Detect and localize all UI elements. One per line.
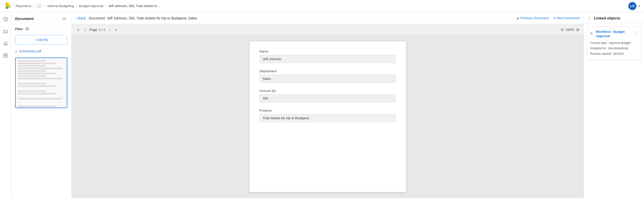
previous-document-button[interactable]: ▲ Previous Document [516,16,549,20]
user-menu-chevron[interactable]: ▾ [638,4,640,8]
files-tab-badge: 1 [25,27,30,31]
breadcrumb-budget-approval[interactable]: Budget Approval [79,4,103,8]
document-content: Name Jeff Johnson Department Sales Amoun… [72,35,583,198]
file-number: 1. [15,49,18,53]
thumb-line [18,73,55,74]
linked-card-header: ↻ Workflow - Budget Approval ⋮ [590,30,638,38]
card-menu-button[interactable]: ⋮ [633,30,638,36]
assigned-to-label: Assigned to : lisa.strassburg [590,46,638,51]
process-started-label: Process started : 8/23/24 [590,51,638,57]
breadcrumb-sep-2: › [44,4,45,8]
thumb-line [18,63,55,64]
toolbar-right: ▲ Previous Document ▾ Next Document [516,16,579,20]
thumb-line [18,60,46,62]
field-label-name: Name [260,49,396,53]
workflow-card-title[interactable]: Workflow - Budget Approval [596,30,633,38]
topnav: Repository › ... › Internal Budgeting › … [0,0,644,12]
sidebar-bell-icon[interactable] [2,39,10,47]
svg-point-0 [5,3,9,7]
thumb-line [18,75,46,77]
breadcrumb-current-doc: Jeff Johnson, 350, Train tickets fo... [108,4,160,8]
list-item[interactable]: 1.Submission.pdf [15,48,67,54]
right-panel: ← Linked objects ↻ Workflow - Budget App… [583,12,644,198]
linked-objects-back-arrow[interactable]: ← [588,16,592,20]
breadcrumb-internal-budgeting[interactable]: Internal Budgeting [47,4,74,8]
thumb-line [18,78,63,79]
document-page: Name Jeff Johnson Department Sales Amoun… [249,41,406,192]
svg-point-2 [8,5,11,8]
prev-doc-label: Previous Document [520,16,549,20]
svg-point-1 [6,6,9,9]
back-button[interactable]: ‹ Back [76,16,86,20]
app-logo[interactable] [4,2,12,10]
document-title: Document: Jeff Johnson, 350, Train ticke… [89,16,197,20]
doc-panel-title: Document [15,16,34,21]
field-label-purpose: Purpose [260,109,396,112]
doc-toolbar: ‹ Back Document: Jeff Johnson, 350, Trai… [72,12,583,24]
zoom-level-display: 100% [566,28,574,32]
add-file-button[interactable]: + Add file [15,35,67,45]
prev-page-button[interactable]: ‹ [83,27,87,33]
doc-panel-header: Document ≪ [11,12,71,24]
current-task-label: Current task : Approve Budget [590,40,638,46]
thumb-line [18,83,46,84]
sidebar-dashboard-icon[interactable] [2,15,10,23]
breadcrumb-dots[interactable]: ... [36,4,42,8]
thumb-line [18,65,46,67]
thumb-line [18,68,63,69]
page-toolbar: « ‹ Page: 1 / 1 › » ⊖ 100% ⊕ [72,24,583,35]
linked-workflow-card[interactable]: ↻ Workflow - Budget Approval ⋮ Current t… [587,27,641,60]
sidebar-folder-icon[interactable] [2,27,10,35]
last-page-button[interactable]: » [114,27,119,33]
next-document-button[interactable]: ▾ Next Document [554,16,579,20]
sidebar-tasks-icon[interactable] [2,52,10,60]
file-thumbnail[interactable] [15,58,67,108]
thumb-line [18,70,46,72]
breadcrumb-repository[interactable]: Repository [16,4,31,8]
svg-rect-4 [4,54,7,57]
icon-sidebar [0,12,11,198]
zoom-out-button[interactable]: ⊖ [561,27,564,32]
linked-card-body: Current task : Approve Budget Assigned t… [590,40,638,57]
thumb-line [18,98,63,100]
file-name[interactable]: Submission.pdf [19,49,41,53]
content-area: ‹ Back Document: Jeff Johnson, 350, Trai… [72,12,583,198]
user-avatar[interactable]: LS [628,2,636,10]
thumb-line [18,85,55,87]
main-layout: Document ≪ Files 1 + Add file 1.Submissi… [0,12,644,198]
field-label-department: Department [260,69,396,73]
first-page-button[interactable]: « [76,27,81,33]
topnav-right: LS ▾ [628,2,640,10]
back-label[interactable]: Back [78,16,86,20]
prev-doc-icon: ▲ [516,16,519,20]
thumb-line [18,106,55,107]
doc-panel-tabs: Files 1 [11,24,71,32]
thumb-line [18,93,55,94]
linked-objects-title: Linked objects [594,16,620,20]
next-page-button[interactable]: › [107,27,111,33]
next-doc-label: Next Document [557,16,579,20]
linked-card-icon-title: ↻ Workflow - Budget Approval [590,30,633,38]
field-value-name: Jeff Johnson [260,55,396,63]
thumb-content [16,58,67,108]
zoom-in-button[interactable]: ⊕ [576,27,579,32]
right-panel-header: ← Linked objects [584,12,644,23]
form-group-amount: Amount (€) 350 [260,89,396,103]
page-info-label: Page: 1 / 1 [89,28,105,32]
form-group-department: Department Sales [260,69,396,83]
breadcrumb-sep-4: › [105,4,106,8]
breadcrumb-sep-1: › [33,4,34,8]
field-value-amount: 350 [260,94,396,103]
form-group-purpose: Purpose Train tickets for trip to Budape… [260,109,396,122]
field-label-amount: Amount (€) [260,89,396,93]
field-value-department: Sales [260,75,396,83]
files-tab-label[interactable]: Files [15,27,23,31]
form-group-name: Name Jeff Johnson [260,49,396,63]
back-chevron-icon: ‹ [76,16,77,20]
workflow-icon: ↻ [590,32,594,37]
file-list: 1.Submission.pdf [11,47,71,55]
collapse-panel-button[interactable]: ≪ [61,16,67,21]
field-value-purpose: Train tickets for trip to Budapest [260,114,396,122]
next-doc-icon: ▾ [554,16,556,20]
document-panel: Document ≪ Files 1 + Add file 1.Submissi… [11,12,72,198]
